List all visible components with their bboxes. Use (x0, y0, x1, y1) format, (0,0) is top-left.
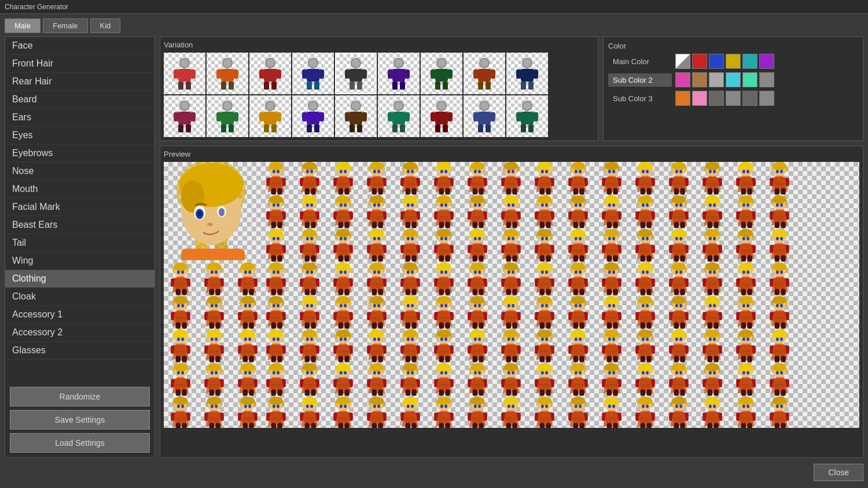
color-swatch[interactable] (692, 72, 707, 87)
color-swatch[interactable] (742, 54, 757, 69)
svg-rect-917 (641, 289, 645, 295)
color-swatch[interactable] (692, 91, 707, 106)
sidebar-item-nose[interactable]: Nose (5, 162, 155, 180)
variation-cell[interactable] (378, 95, 420, 137)
variation-cell[interactable] (292, 53, 334, 94)
gender-tab-female[interactable]: Female (43, 19, 87, 33)
gender-tab-kid[interactable]: Kid (90, 19, 121, 33)
svg-point-1258 (444, 338, 447, 341)
load-settings-button[interactable]: Load Settings (10, 433, 150, 453)
svg-rect-1568 (713, 390, 718, 396)
variation-cell[interactable] (464, 95, 505, 137)
sidebar-item-rear-hair[interactable]: Rear Hair (5, 73, 155, 91)
preview-sprite-cell (293, 296, 326, 330)
svg-point-1686 (474, 405, 477, 408)
svg-point-282 (608, 170, 611, 173)
color-swatch[interactable] (759, 72, 774, 87)
gender-tab-male[interactable]: Male (5, 19, 41, 33)
preview-sprite-cell (696, 263, 729, 296)
color-swatch[interactable] (675, 72, 690, 87)
svg-point-920 (646, 271, 649, 274)
color-swatch[interactable] (742, 91, 757, 106)
color-swatch[interactable] (709, 54, 724, 69)
svg-point-412 (407, 204, 410, 207)
variation-cell[interactable] (506, 53, 548, 94)
sidebar-item-ears[interactable]: Ears (5, 109, 155, 127)
svg-point-1417 (336, 363, 350, 371)
variation-cell[interactable] (164, 53, 205, 94)
svg-point-1700 (512, 405, 514, 408)
preview-sprite-cell (696, 229, 729, 263)
sidebar-item-accessory2[interactable]: Accessory 2 (5, 324, 155, 342)
variation-cell[interactable] (164, 95, 205, 137)
svg-point-1894 (177, 338, 180, 341)
color-swatch[interactable] (675, 91, 690, 106)
sidebar-item-cloak[interactable]: Cloak (5, 288, 155, 306)
variation-cell[interactable] (378, 53, 420, 94)
svg-point-607 (373, 237, 376, 241)
variation-cell[interactable] (421, 95, 462, 137)
variation-cell[interactable] (249, 95, 291, 137)
close-button[interactable]: Close (814, 464, 863, 481)
variation-cell[interactable] (506, 95, 548, 137)
sidebar-item-wing[interactable]: Wing (5, 252, 155, 270)
variation-cell[interactable] (292, 95, 334, 137)
svg-rect-1 (178, 69, 191, 82)
svg-rect-1294 (540, 356, 545, 363)
save-settings-button[interactable]: Save Settings (10, 410, 150, 430)
svg-point-1816 (177, 271, 180, 274)
sidebar-item-tail[interactable]: Tail (5, 234, 155, 252)
sidebar-item-glasses[interactable]: Glasses (5, 342, 155, 360)
svg-rect-605 (372, 256, 377, 262)
color-swatch[interactable] (759, 91, 774, 106)
svg-point-672 (541, 237, 544, 241)
variation-cell[interactable] (207, 95, 248, 137)
color-swatch[interactable] (759, 54, 774, 69)
svg-rect-1984 (215, 423, 220, 428)
sidebar-item-clothing[interactable]: Clothing (5, 270, 155, 288)
variation-cell[interactable] (249, 53, 291, 94)
variation-cell[interactable] (421, 53, 462, 94)
sidebar-item-face[interactable]: Face (5, 37, 155, 55)
sidebar-item-eyebrows[interactable]: Eyebrows (5, 145, 155, 162)
svg-rect-931 (680, 289, 685, 295)
color-swatch[interactable] (709, 91, 724, 106)
svg-rect-1372 (741, 356, 746, 363)
color-swatch[interactable] (742, 72, 757, 87)
sidebar-item-front-hair[interactable]: Front Hair (5, 55, 155, 73)
color-swatch[interactable] (692, 54, 707, 69)
sidebar-item-beast-ears[interactable]: Beast Ears (5, 216, 155, 234)
color-swatch[interactable] (709, 72, 724, 87)
svg-rect-254 (540, 188, 545, 195)
color-label-0[interactable]: Main Color (608, 55, 672, 68)
svg-point-1361 (709, 338, 712, 341)
variation-cell[interactable] (335, 53, 377, 94)
sidebar-item-beard[interactable]: Beard (5, 91, 155, 109)
variation-cell[interactable] (207, 53, 248, 94)
color-swatch[interactable] (726, 91, 741, 106)
color-swatch[interactable] (726, 72, 741, 87)
svg-rect-1360 (713, 356, 718, 363)
color-swatch[interactable] (675, 54, 690, 69)
svg-rect-749 (747, 256, 752, 262)
color-label-2[interactable]: Sub Color 3 (608, 92, 672, 105)
svg-rect-228 (473, 188, 477, 195)
sidebar-item-facial-mark[interactable]: Facial Mark (5, 198, 155, 216)
sidebar-item-eyes[interactable]: Eyes (5, 127, 155, 145)
sidebar-item-mouth[interactable]: Mouth (5, 180, 155, 198)
svg-point-351 (269, 195, 283, 204)
svg-rect-1789 (747, 423, 752, 428)
svg-rect-1255 (439, 356, 444, 363)
preview-sprite-cell (293, 330, 326, 363)
svg-rect-1061 (479, 323, 483, 329)
svg-point-542 (742, 204, 745, 207)
preview-sprite-cell (427, 229, 461, 263)
svg-rect-618 (406, 256, 410, 262)
randomize-button[interactable]: Randomize (10, 387, 150, 406)
color-label-1[interactable]: Sub Color 2 (608, 73, 672, 87)
variation-cell[interactable] (335, 95, 377, 137)
svg-rect-268 (579, 188, 584, 195)
sidebar-item-accessory1[interactable]: Accessory 1 (5, 306, 155, 324)
variation-cell[interactable] (464, 53, 505, 94)
color-swatch[interactable] (726, 54, 741, 69)
